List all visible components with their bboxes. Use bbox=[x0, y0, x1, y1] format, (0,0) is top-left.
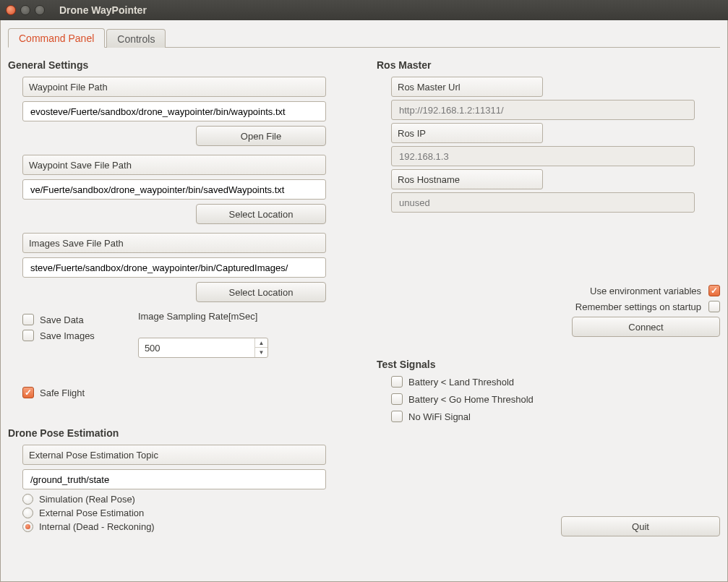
use-env-checkbox[interactable] bbox=[708, 285, 720, 296]
ros-hostname-label: Ros Hostname bbox=[391, 169, 543, 189]
quit-button[interactable]: Quit bbox=[561, 516, 720, 536]
pose-radio-external[interactable] bbox=[22, 508, 33, 518]
images-save-path-input[interactable] bbox=[22, 257, 326, 278]
ros-ip-label: Ros IP bbox=[391, 123, 543, 143]
sampling-rate-label: Image Sampling Rate[mSec] bbox=[138, 311, 268, 322]
general-settings-heading: General Settings bbox=[8, 59, 348, 71]
ros-url-label: Ros Master Url bbox=[391, 77, 543, 97]
pose-radio-internal[interactable] bbox=[22, 521, 33, 532]
pose-estimation-heading: Drone Pose Estimation bbox=[8, 427, 348, 439]
window-close-icon[interactable] bbox=[6, 5, 16, 15]
connect-button[interactable]: Connect bbox=[572, 317, 720, 337]
save-images-label: Save Images bbox=[40, 330, 95, 341]
battery-home-checkbox[interactable] bbox=[391, 393, 403, 405]
ros-url-input[interactable] bbox=[391, 100, 695, 120]
waypoint-file-path-label: Waypoint File Path bbox=[22, 77, 326, 97]
pose-topic-label: External Pose Estimation Topic bbox=[22, 445, 326, 465]
tab-controls[interactable]: Controls bbox=[106, 29, 166, 48]
save-data-label: Save Data bbox=[40, 314, 84, 325]
no-wifi-label: No WiFi Signal bbox=[408, 411, 471, 422]
remember-settings-checkbox[interactable] bbox=[708, 301, 720, 312]
images-save-path-label: Images Save File Path bbox=[22, 233, 326, 253]
window-maximize-icon[interactable] bbox=[35, 5, 45, 15]
select-location-save-button[interactable]: Select Location bbox=[196, 204, 326, 224]
spinner-up-icon[interactable]: ▲ bbox=[255, 338, 267, 348]
waypoint-save-path-label: Waypoint Save File Path bbox=[22, 155, 326, 175]
sampling-rate-spinner[interactable]: 500 ▲ ▼ bbox=[138, 338, 268, 358]
pose-radio-internal-label: Internal (Dead - Reckoning) bbox=[39, 521, 155, 532]
battery-home-label: Battery < Go Home Threshold bbox=[408, 394, 534, 405]
pose-radio-simulation[interactable] bbox=[22, 494, 33, 505]
pose-radio-external-label: External Pose Estimation bbox=[39, 508, 144, 518]
save-data-checkbox[interactable] bbox=[22, 314, 34, 325]
test-signals-heading: Test Signals bbox=[377, 359, 720, 370]
window-title: Drone WayPointer bbox=[59, 4, 147, 16]
ros-hostname-input[interactable] bbox=[391, 192, 695, 213]
use-env-label: Use environment variables bbox=[590, 286, 701, 296]
window-minimize-icon[interactable] bbox=[20, 5, 30, 15]
tab-command-panel[interactable]: Command Panel bbox=[8, 28, 105, 48]
open-file-button[interactable]: Open File bbox=[196, 126, 326, 146]
sampling-rate-value: 500 bbox=[145, 343, 160, 354]
save-images-checkbox[interactable] bbox=[22, 330, 34, 341]
no-wifi-checkbox[interactable] bbox=[391, 411, 403, 422]
ros-ip-input[interactable] bbox=[391, 146, 695, 166]
safe-flight-label: Safe Flight bbox=[40, 388, 85, 398]
pose-topic-input[interactable] bbox=[22, 469, 326, 489]
tab-bar: Command Panel Controls bbox=[8, 26, 720, 48]
spinner-down-icon[interactable]: ▼ bbox=[255, 348, 267, 357]
battery-land-label: Battery < Land Threshold bbox=[408, 377, 514, 388]
remember-settings-label: Remember settings on startup bbox=[575, 301, 701, 312]
safe-flight-checkbox[interactable] bbox=[22, 387, 34, 398]
select-location-images-button[interactable]: Select Location bbox=[196, 282, 326, 302]
window-body: Command Panel Controls General Settings … bbox=[0, 20, 728, 582]
titlebar: Drone WayPointer bbox=[0, 0, 728, 20]
battery-land-checkbox[interactable] bbox=[391, 376, 403, 388]
pose-radio-simulation-label: Simulation (Real Pose) bbox=[39, 494, 135, 505]
waypoint-file-path-input[interactable] bbox=[22, 101, 326, 121]
ros-master-heading: Ros Master bbox=[377, 59, 720, 71]
waypoint-save-path-input[interactable] bbox=[22, 179, 326, 200]
